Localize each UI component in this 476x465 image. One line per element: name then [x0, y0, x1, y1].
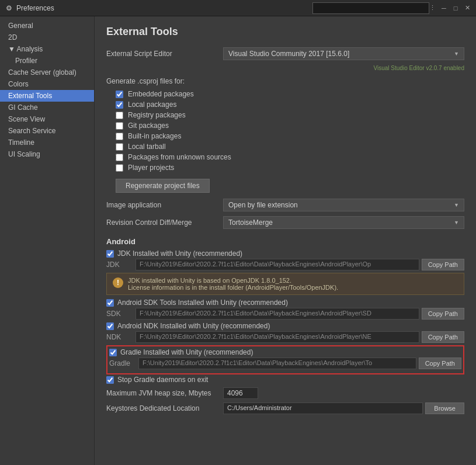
page-title: External Tools: [106, 26, 464, 38]
ndk-check-row: Android NDK Installed with Unity (recomm…: [106, 322, 464, 330]
title-bar: ⚙ Preferences ⋮ ─ □ ✕: [0, 0, 476, 16]
sdk-path-label: SDK: [106, 310, 135, 318]
image-application-dropdown[interactable]: Open by file extension ▼: [223, 199, 464, 211]
search-input[interactable]: [312, 2, 429, 14]
checkbox-row-unknown: Packages from unknown sources: [106, 152, 464, 162]
checkbox-label-git: Git packages: [128, 122, 169, 130]
sidebar-item-git-cache[interactable]: GI Cache: [0, 102, 94, 113]
sidebar-item-search-service[interactable]: Search Service: [0, 125, 94, 137]
dropdown-arrow-image-icon: ▼: [454, 202, 459, 208]
checkbox-label-player: Player projects: [128, 164, 174, 172]
warning-icon: !: [113, 277, 123, 288]
sdk-check-row: Android SDK Tools Installed with Unity (…: [106, 299, 464, 307]
jdk-check-label: JDK Installed with Unity (recommended): [117, 249, 242, 258]
jdk-checkbox[interactable]: [106, 250, 114, 258]
minimize-btn[interactable]: ─: [440, 4, 448, 12]
max-jvm-value: 4096: [223, 387, 258, 399]
sidebar-item-cache-server[interactable]: Cache Server (global): [0, 67, 94, 78]
search-bar[interactable]: [312, 2, 429, 14]
revision-control-row: Revision Control Diff/Merge TortoiseMerg…: [106, 216, 464, 229]
checkbox-registry[interactable]: [116, 112, 123, 119]
content-area: External Tools External Script Editor Vi…: [95, 16, 476, 465]
ndk-path-field: F:\Unity2019\Editor\2020.2.7f1c1\Editor\…: [135, 331, 419, 343]
editor-note: Visual Studio Editor v2.0.7 enabled: [106, 65, 464, 71]
max-jvm-row: Maximum JVM heap size, Mbytes 4096: [106, 387, 464, 399]
checkbox-label-builtin: Built-in packages: [128, 132, 181, 140]
generate-csproj-label: Generate .csproj files for:: [106, 77, 464, 85]
stop-gradle-checkbox[interactable]: [106, 376, 114, 384]
checkbox-git[interactable]: [116, 122, 123, 130]
close-btn[interactable]: ✕: [463, 4, 471, 12]
jdk-check-row: JDK Installed with Unity (recommended): [106, 249, 464, 258]
keystores-label: Keystores Dedicated Location: [106, 404, 223, 412]
checkbox-label-unknown: Packages from unknown sources: [128, 153, 231, 161]
regenerate-btn[interactable]: Regenerate project files: [116, 179, 210, 193]
revision-control-control: TortoiseMerge ▼: [223, 216, 464, 229]
checkbox-builtin[interactable]: [116, 133, 123, 140]
revision-control-label: Revision Control Diff/Merge: [106, 218, 223, 227]
main-layout: General2D▼ AnalysisProfilerCache Server …: [0, 16, 476, 465]
checkbox-row-tarball: Local tarball: [106, 141, 464, 152]
checkbox-tarball[interactable]: [116, 143, 123, 151]
sidebar-item-profiler[interactable]: Profiler: [0, 55, 94, 67]
sidebar-item-general[interactable]: General: [0, 20, 94, 32]
android-section-title: Android: [106, 237, 464, 246]
checkbox-label-registry: Registry packages: [128, 111, 186, 119]
sidebar-item-ui-scaling[interactable]: UI Scaling: [0, 148, 94, 160]
jdk-copy-path-btn[interactable]: Copy Path: [422, 259, 464, 270]
revision-control-value: TortoiseMerge: [228, 218, 273, 227]
external-script-editor-row: External Script Editor Visual Studio Com…: [106, 47, 464, 60]
checkbox-player[interactable]: [116, 164, 123, 172]
more-options-btn[interactable]: ⋮: [428, 4, 436, 12]
checkbox-label-tarball: Local tarball: [128, 143, 166, 151]
gradle-path-label: Gradle: [109, 359, 138, 367]
jdk-path-label: JDK: [106, 261, 135, 269]
checkbox-row-builtin: Built-in packages: [106, 131, 464, 141]
gradle-path-row: Gradle F:\Unity2019\Editor\2020.2.7f1c1\…: [109, 358, 461, 369]
external-script-editor-control: Visual Studio Community 2017 [15.6.0] ▼: [223, 47, 464, 60]
ndk-copy-path-btn[interactable]: Copy Path: [422, 331, 464, 343]
maximize-btn[interactable]: □: [451, 4, 460, 12]
keystores-row: Keystores Dedicated Location C:/Users/Ad…: [106, 402, 464, 414]
sdk-path-row: SDK F:\Unity2019\Editor\2020.2.7f1c1\Edi…: [106, 308, 464, 320]
sidebar-item-2d[interactable]: 2D: [0, 32, 94, 43]
sdk-check-label: Android SDK Tools Installed with Unity (…: [117, 299, 288, 307]
gradle-check-label: Gradle Installed with Unity (recommended…: [120, 348, 253, 356]
ndk-checkbox[interactable]: [106, 322, 114, 330]
external-script-editor-label: External Script Editor: [106, 50, 223, 58]
checkbox-row-local: Local packages: [106, 99, 464, 110]
generate-csproj-section: Generate .csproj files for: Embedded pac…: [106, 77, 464, 193]
ndk-path-label: NDK: [106, 333, 135, 341]
jdk-warning-box: ! JDK installed with Unity is based on O…: [106, 273, 464, 295]
ndk-path-row: NDK F:\Unity2019\Editor\2020.2.7f1c1\Edi…: [106, 331, 464, 343]
gradle-checkbox[interactable]: [109, 349, 117, 356]
window-controls: ⋮ ─ □ ✕: [428, 4, 471, 12]
sidebar-item-colors[interactable]: Colors: [0, 78, 94, 90]
checkbox-row-embedded: Embedded packages: [106, 89, 464, 99]
gradle-copy-path-btn[interactable]: Copy Path: [419, 358, 461, 369]
external-script-editor-dropdown[interactable]: Visual Studio Community 2017 [15.6.0] ▼: [223, 47, 464, 60]
image-application-value: Open by file extension: [228, 201, 298, 209]
checkbox-embedded[interactable]: [116, 91, 123, 98]
dropdown-arrow-revision-icon: ▼: [454, 220, 459, 225]
sidebar-item-external-tools[interactable]: External Tools: [0, 90, 94, 102]
sidebar: General2D▼ AnalysisProfilerCache Server …: [0, 16, 95, 465]
sdk-copy-path-btn[interactable]: Copy Path: [422, 308, 464, 320]
image-application-control: Open by file extension ▼: [223, 199, 464, 211]
stop-gradle-row: Stop Gradle daemons on exit: [106, 376, 464, 384]
jdk-path-field: F:\Unity2019\Editor\2020.2.7f1c1\Editor\…: [135, 259, 419, 270]
sdk-checkbox[interactable]: [106, 299, 114, 307]
checkbox-row-player: Player projects: [106, 162, 464, 173]
sidebar-item-analysis[interactable]: ▼ Analysis: [0, 43, 94, 55]
sidebar-item-scene-view[interactable]: Scene View: [0, 113, 94, 125]
checkbox-local[interactable]: [116, 101, 123, 109]
revision-control-dropdown[interactable]: TortoiseMerge ▼: [223, 216, 464, 229]
keystores-browse-btn[interactable]: Browse: [425, 402, 464, 414]
external-script-editor-value: Visual Studio Community 2017 [15.6.0]: [228, 50, 349, 58]
sidebar-item-timeline[interactable]: Timeline: [0, 137, 94, 148]
checkbox-row-registry: Registry packages: [106, 110, 464, 120]
gradle-highlighted-row: Gradle Installed with Unity (recommended…: [106, 345, 464, 374]
title-bar-text: Preferences: [16, 4, 54, 12]
max-jvm-label: Maximum JVM heap size, Mbytes: [106, 389, 223, 397]
checkbox-unknown[interactable]: [116, 154, 123, 161]
